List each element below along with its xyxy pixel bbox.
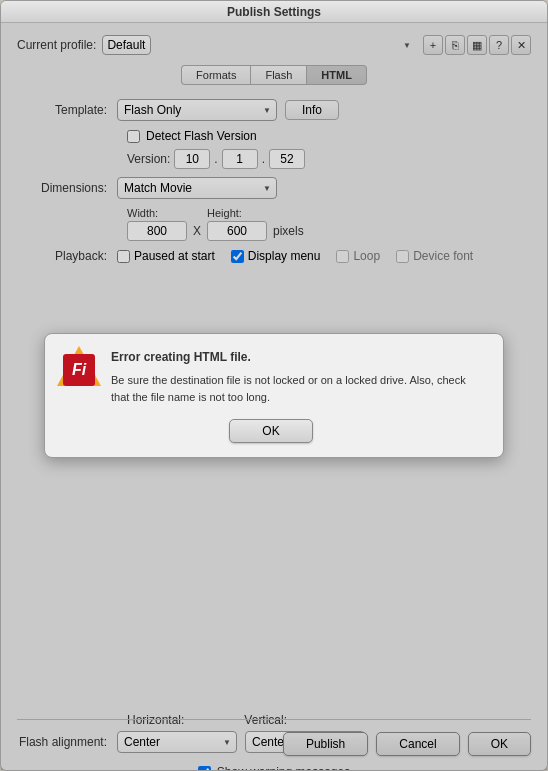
flash-badge: Fi <box>63 354 95 386</box>
titlebar: Publish Settings <box>1 1 547 23</box>
modal-ok-button[interactable]: OK <box>229 419 312 443</box>
publish-settings-window: Publish Settings Current profile: Defaul… <box>0 0 548 771</box>
error-icon: Fi <box>59 350 99 390</box>
modal-text-area: Error creating HTML file. Be sure the de… <box>111 350 483 405</box>
modal-footer: OK <box>59 419 483 443</box>
error-modal-overlay: Fi Error creating HTML file. Be sure the… <box>1 23 547 770</box>
modal-body: Be sure the destination file is not lock… <box>111 372 483 405</box>
error-modal: Fi Error creating HTML file. Be sure the… <box>44 333 504 458</box>
modal-title: Error creating HTML file. <box>111 350 483 364</box>
modal-inner: Fi Error creating HTML file. Be sure the… <box>59 350 483 405</box>
window-title: Publish Settings <box>227 5 321 19</box>
main-content: Current profile: Default + ⎘ ▦ ? ✕ Forma… <box>1 23 547 770</box>
